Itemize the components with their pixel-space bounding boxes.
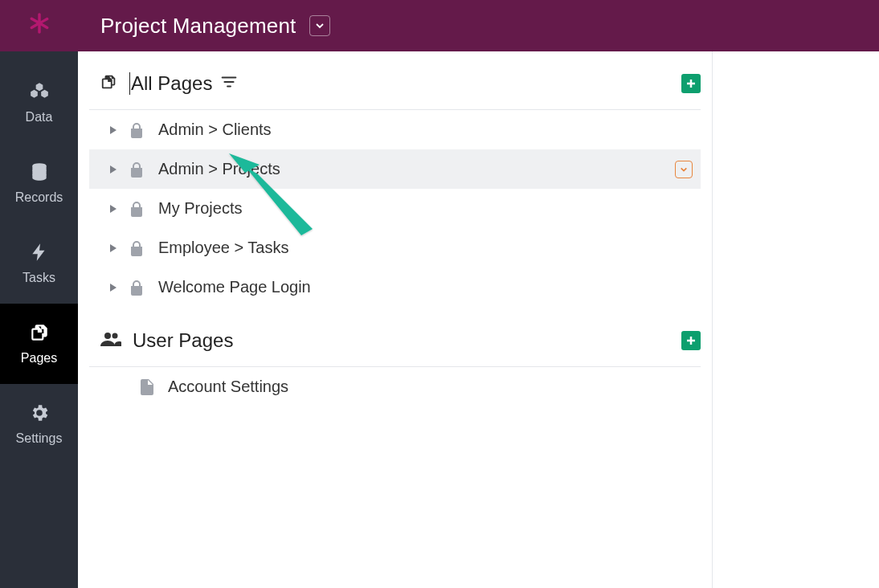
lock-icon (129, 280, 144, 296)
chevron-down-icon (680, 165, 688, 174)
sidebar-item-settings[interactable]: Settings (0, 384, 78, 464)
caret-right-icon (110, 165, 117, 174)
document-icon (141, 379, 153, 395)
database-icon (29, 161, 50, 182)
section-header-all-pages: All Pages (89, 51, 701, 110)
asterisk-icon (24, 10, 55, 41)
sidebar-label: Settings (16, 431, 63, 446)
lock-icon (129, 122, 144, 138)
bolt-icon (29, 242, 50, 263)
sidebar-item-pages[interactable]: Pages (0, 304, 78, 384)
section-title: User Pages (133, 329, 233, 352)
page-row[interactable]: Admin > Clients (89, 110, 701, 149)
lock-icon (129, 240, 144, 256)
expand-caret[interactable] (108, 165, 118, 174)
svg-marker-9 (110, 244, 117, 252)
sidebar-label: Pages (21, 351, 57, 365)
section-header-user-pages: User Pages (89, 307, 701, 367)
plus-icon (685, 334, 697, 347)
app-header: Project Management (0, 0, 879, 51)
sidebar-item-tasks[interactable]: Tasks (0, 223, 78, 304)
expand-caret[interactable] (108, 126, 118, 134)
page-row[interactable]: Welcome Page Login (89, 267, 701, 307)
cubes-icon (29, 81, 50, 102)
pages-stack-icon (100, 73, 118, 94)
app-logo[interactable] (0, 0, 78, 51)
svg-marker-10 (110, 284, 117, 292)
page-row[interactable]: My Projects (89, 189, 701, 228)
sidebar-nav: Data Records Tasks Pages (0, 51, 78, 588)
svg-marker-6 (110, 126, 117, 134)
add-page-button[interactable] (681, 74, 701, 93)
page-label: My Projects (158, 199, 242, 218)
expand-caret[interactable] (108, 284, 118, 292)
sidebar-label: Tasks (22, 271, 55, 285)
plus-icon (685, 77, 697, 90)
header-dropdown-button[interactable] (309, 15, 330, 36)
lock-icon (129, 161, 144, 178)
chevron-down-icon (315, 21, 325, 31)
caret-right-icon (110, 126, 117, 134)
page-label: Employee > Tasks (158, 239, 289, 257)
caret-right-icon (110, 205, 117, 213)
caret-right-icon (110, 284, 117, 292)
page-label: Account Settings (168, 378, 288, 396)
section-title: All Pages (129, 72, 212, 95)
svg-marker-7 (110, 165, 117, 174)
gear-icon (29, 402, 50, 423)
page-label: Admin > Clients (158, 120, 272, 139)
users-icon (100, 331, 121, 350)
filter-icon[interactable] (220, 73, 238, 94)
svg-marker-8 (110, 205, 117, 213)
expand-caret[interactable] (108, 244, 118, 252)
pages-icon (29, 322, 50, 343)
sidebar-item-data[interactable]: Data (0, 63, 78, 143)
sidebar-label: Data (26, 110, 53, 125)
page-row[interactable]: Account Settings (89, 367, 701, 406)
page-row[interactable]: Employee > Tasks (89, 228, 701, 267)
page-row[interactable]: Admin > Projects (89, 149, 701, 189)
page-label: Admin > Projects (158, 160, 280, 178)
main-panel: All Pages (78, 51, 879, 588)
page-label: Welcome Page Login (158, 278, 311, 296)
svg-point-11 (104, 333, 111, 339)
row-dropdown-button[interactable] (675, 161, 693, 178)
add-user-page-button[interactable] (681, 331, 701, 350)
sidebar-label: Records (15, 190, 63, 205)
app-title: Project Management (100, 14, 296, 39)
caret-right-icon (110, 244, 117, 252)
lock-icon (129, 201, 144, 217)
expand-caret[interactable] (108, 205, 118, 213)
svg-point-12 (112, 333, 118, 339)
sidebar-item-records[interactable]: Records (0, 143, 78, 223)
